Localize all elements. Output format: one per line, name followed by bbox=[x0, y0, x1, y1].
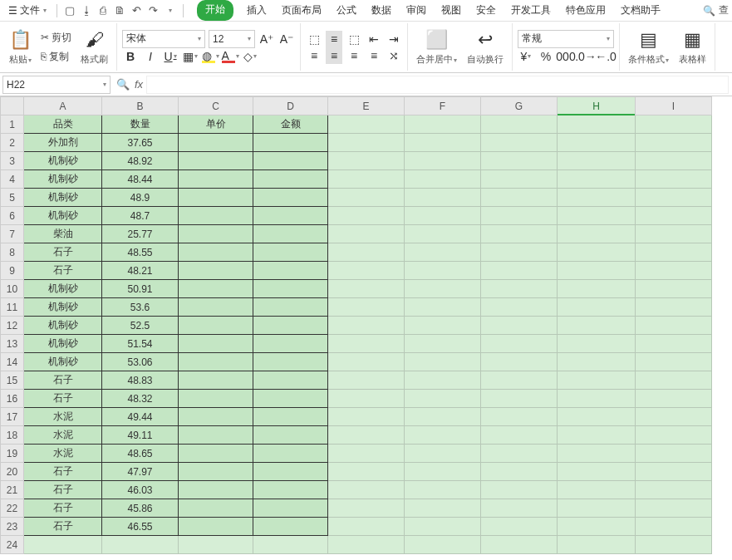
cell-H19[interactable] bbox=[558, 445, 636, 463]
cell-H14[interactable] bbox=[558, 353, 636, 371]
cell-E12[interactable] bbox=[328, 317, 405, 335]
cell-A6[interactable]: 机制砂 bbox=[24, 207, 102, 225]
cell-D7[interactable] bbox=[253, 225, 328, 243]
cell-E16[interactable] bbox=[328, 390, 405, 408]
cell-B7[interactable]: 25.77 bbox=[102, 225, 179, 243]
cell-F17[interactable] bbox=[405, 408, 481, 426]
cell-D14[interactable] bbox=[253, 353, 328, 371]
cell-B3[interactable]: 48.92 bbox=[102, 152, 179, 170]
row-header-5[interactable]: 5 bbox=[1, 189, 24, 207]
row-header-1[interactable]: 1 bbox=[1, 115, 24, 134]
underline-button[interactable]: U▾ bbox=[162, 48, 179, 65]
cell-D10[interactable] bbox=[253, 280, 328, 298]
highlight-button[interactable]: ◇▾ bbox=[242, 48, 258, 65]
cell-H6[interactable] bbox=[558, 207, 636, 225]
increase-font-icon[interactable]: A⁺ bbox=[258, 31, 275, 47]
spreadsheet-grid[interactable]: ABCDEFGHI1品类数量单价金额2外加剂37.653机制砂48.924机制砂… bbox=[0, 96, 732, 554]
row-header-17[interactable]: 17 bbox=[1, 408, 24, 426]
cell-B4[interactable]: 48.44 bbox=[102, 170, 179, 189]
cell-D8[interactable] bbox=[253, 243, 328, 262]
cell-C12[interactable] bbox=[179, 317, 253, 335]
cell-F20[interactable] bbox=[405, 463, 481, 481]
cell-A8[interactable]: 石子 bbox=[24, 243, 102, 262]
cell-E10[interactable] bbox=[328, 280, 405, 298]
cell-F10[interactable] bbox=[405, 280, 481, 298]
cell-E1[interactable] bbox=[328, 115, 405, 134]
cell-G13[interactable] bbox=[481, 335, 558, 353]
cell-G5[interactable] bbox=[481, 189, 558, 207]
tab-4[interactable]: 数据 bbox=[370, 0, 393, 21]
new-icon[interactable]: ▢ bbox=[62, 3, 77, 18]
cell-A23[interactable]: 石子 bbox=[24, 518, 102, 536]
cell-B10[interactable]: 50.91 bbox=[102, 280, 179, 298]
cell-C7[interactable] bbox=[179, 225, 253, 243]
cell-H3[interactable] bbox=[558, 152, 636, 170]
cell-B5[interactable]: 48.9 bbox=[102, 189, 179, 207]
cell-I24[interactable] bbox=[636, 536, 712, 554]
cell-F19[interactable] bbox=[405, 445, 481, 463]
formula-input[interactable] bbox=[146, 76, 729, 94]
cell-E17[interactable] bbox=[328, 408, 405, 426]
cell-E21[interactable] bbox=[328, 481, 405, 499]
tab-2[interactable]: 页面布局 bbox=[280, 0, 323, 21]
col-header-E[interactable]: E bbox=[328, 97, 405, 115]
cell-H22[interactable] bbox=[558, 499, 636, 518]
redo-icon[interactable]: ↷ bbox=[145, 3, 160, 18]
currency-icon[interactable]: ¥▾ bbox=[518, 48, 534, 65]
cell-I13[interactable] bbox=[636, 335, 712, 353]
cell-I20[interactable] bbox=[636, 463, 712, 481]
cell-E15[interactable] bbox=[328, 371, 405, 390]
cell-A14[interactable]: 机制砂 bbox=[24, 353, 102, 371]
cell-I5[interactable] bbox=[636, 189, 712, 207]
cell-A2[interactable]: 外加剂 bbox=[24, 134, 102, 152]
cell-G21[interactable] bbox=[481, 481, 558, 499]
cell-B19[interactable]: 48.65 bbox=[102, 445, 179, 463]
cell-I11[interactable] bbox=[636, 298, 712, 317]
cell-I2[interactable] bbox=[636, 134, 712, 152]
cell-B22[interactable]: 45.86 bbox=[102, 499, 179, 518]
cell-A7[interactable]: 柴油 bbox=[24, 225, 102, 243]
cell-C18[interactable] bbox=[179, 426, 253, 445]
cell-E8[interactable] bbox=[328, 243, 405, 262]
paste-button[interactable]: 📋 粘贴▾ bbox=[5, 27, 35, 67]
cell-E7[interactable] bbox=[328, 225, 405, 243]
cell-E14[interactable] bbox=[328, 353, 405, 371]
cell-D18[interactable] bbox=[253, 426, 328, 445]
cell-I8[interactable] bbox=[636, 243, 712, 262]
cell-C24[interactable] bbox=[179, 536, 253, 554]
cell-F2[interactable] bbox=[405, 134, 481, 152]
cell-E2[interactable] bbox=[328, 134, 405, 152]
cell-C21[interactable] bbox=[179, 481, 253, 499]
cell-I3[interactable] bbox=[636, 152, 712, 170]
cell-A4[interactable]: 机制砂 bbox=[24, 170, 102, 189]
cell-I14[interactable] bbox=[636, 353, 712, 371]
cell-A11[interactable]: 机制砂 bbox=[24, 298, 102, 317]
cell-B23[interactable]: 46.55 bbox=[102, 518, 179, 536]
font-name-select[interactable]: 宋体▾ bbox=[122, 30, 205, 48]
cell-D19[interactable] bbox=[253, 445, 328, 463]
tab-6[interactable]: 视图 bbox=[440, 0, 463, 21]
align-center-icon[interactable]: ≡ bbox=[326, 47, 342, 64]
cell-D21[interactable] bbox=[253, 481, 328, 499]
cell-C1[interactable]: 单价 bbox=[179, 115, 253, 134]
cell-G10[interactable] bbox=[481, 280, 558, 298]
tab-3[interactable]: 公式 bbox=[335, 0, 358, 21]
row-header-24[interactable]: 24 bbox=[1, 536, 24, 554]
col-header-B[interactable]: B bbox=[102, 97, 179, 115]
row-header-18[interactable]: 18 bbox=[1, 426, 24, 445]
cell-D20[interactable] bbox=[253, 463, 328, 481]
cell-G4[interactable] bbox=[481, 170, 558, 189]
col-header-F[interactable]: F bbox=[405, 97, 481, 115]
cell-H9[interactable] bbox=[558, 262, 636, 280]
tab-1[interactable]: 插入 bbox=[245, 0, 268, 21]
cell-I17[interactable] bbox=[636, 408, 712, 426]
cell-H10[interactable] bbox=[558, 280, 636, 298]
cell-C19[interactable] bbox=[179, 445, 253, 463]
cell-E6[interactable] bbox=[328, 207, 405, 225]
cell-C6[interactable] bbox=[179, 207, 253, 225]
cell-A24[interactable] bbox=[24, 536, 102, 554]
cell-D12[interactable] bbox=[253, 317, 328, 335]
bold-button[interactable]: B bbox=[122, 48, 139, 65]
cell-D5[interactable] bbox=[253, 189, 328, 207]
row-header-15[interactable]: 15 bbox=[1, 371, 24, 390]
